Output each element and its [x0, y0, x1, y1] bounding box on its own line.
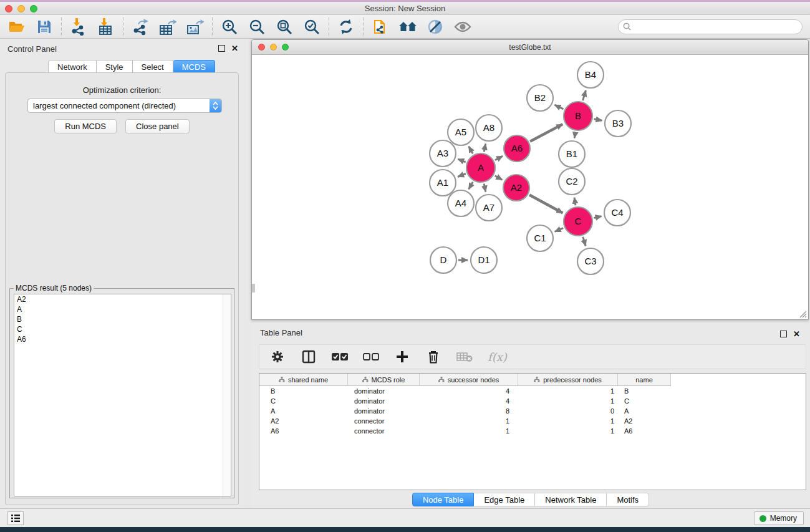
edge-A-A6[interactable] [495, 156, 503, 160]
result-scrollbar[interactable] [223, 294, 231, 496]
search-input[interactable] [634, 21, 802, 33]
select-all-icon[interactable] [332, 349, 348, 365]
zoom-out-icon[interactable] [248, 17, 266, 36]
float-panel-icon[interactable] [218, 45, 225, 52]
zoom-in-icon[interactable] [220, 17, 239, 36]
float-table-panel-icon[interactable] [780, 331, 787, 337]
criterion-select[interactable]: largest connected component (directed) [27, 99, 222, 113]
cell[interactable]: dominator [348, 386, 420, 396]
network-titlebar[interactable]: testGlobe.txt [252, 40, 808, 55]
add-column-icon[interactable] [394, 349, 410, 365]
show-graphics-details-icon[interactable] [426, 17, 445, 36]
deselect-all-icon[interactable] [363, 349, 379, 365]
edge-B-B4[interactable] [583, 90, 586, 100]
task-history-button[interactable] [7, 511, 24, 525]
tab-select[interactable]: Select [133, 60, 173, 74]
edge-A-A2[interactable] [495, 176, 503, 180]
import-table-icon[interactable] [97, 17, 115, 36]
mcds-result-item[interactable]: A6 [14, 334, 231, 344]
memory-button[interactable]: Memory [754, 511, 804, 525]
cell[interactable]: connector [348, 426, 420, 436]
cell[interactable]: dominator [348, 406, 420, 416]
cell[interactable]: B [259, 386, 348, 396]
cell[interactable]: 1 [518, 426, 618, 436]
cell[interactable]: A6 [618, 426, 671, 436]
cell[interactable]: connector [348, 416, 420, 426]
edge-A2-C[interactable] [529, 195, 562, 213]
show-columns-icon[interactable] [301, 349, 317, 365]
cell[interactable]: B [618, 386, 671, 396]
resize-grip-icon[interactable] [798, 309, 807, 318]
tab-node-table[interactable]: Node Table [412, 493, 475, 506]
delete-table-icon[interactable] [456, 349, 473, 365]
column-header-name[interactable]: name [618, 374, 671, 386]
cell[interactable]: 0 [518, 406, 618, 416]
table-row[interactable]: Cdominator41C [259, 396, 806, 406]
table-row[interactable]: Bdominator41B [259, 386, 806, 396]
cell[interactable]: A2 [618, 416, 671, 426]
tab-edge-table[interactable]: Edge Table [474, 493, 535, 506]
mcds-result-item[interactable]: A [14, 304, 231, 314]
table-row[interactable]: A2connector11A2 [259, 416, 806, 426]
cell[interactable]: C [259, 396, 348, 406]
mcds-result-list[interactable]: A2ABCA6 [14, 294, 231, 496]
cell[interactable]: 1 [518, 386, 618, 396]
cell[interactable]: 4 [420, 386, 518, 396]
eye-icon[interactable] [453, 17, 472, 36]
delete-column-trash-icon[interactable] [425, 349, 441, 365]
function-builder-icon[interactable]: f(x) [488, 351, 507, 364]
edge-C-C1[interactable] [555, 228, 563, 232]
cell[interactable]: 1 [518, 416, 618, 426]
edge-C-C2[interactable] [574, 198, 576, 206]
edge-C-C3[interactable] [583, 237, 586, 246]
new-network-from-selection-icon[interactable] [371, 17, 390, 36]
tab-motifs[interactable]: Motifs [607, 493, 649, 506]
run-mcds-button[interactable]: Run MCDS [54, 119, 117, 133]
edge-A-A3[interactable] [458, 159, 465, 162]
cell[interactable]: 4 [420, 396, 518, 406]
edge-A-A4[interactable] [469, 182, 473, 190]
refresh-icon[interactable] [337, 17, 355, 36]
network-canvas[interactable]: B4B2BB3A8A5A6A3B1AC2A1A2A4A7C4CC1C3DD1 [252, 55, 808, 319]
cell[interactable]: 1 [420, 416, 518, 426]
edge-A-A7[interactable] [484, 183, 486, 191]
tab-mcds[interactable]: MCDS [173, 60, 215, 74]
table-row[interactable]: A6connector11A6 [259, 426, 806, 436]
vertical-scrollbar-nub[interactable] [252, 284, 255, 293]
mcds-result-item[interactable]: A2 [14, 294, 231, 304]
edge-B-B3[interactable] [594, 119, 602, 120]
cell[interactable]: A2 [259, 416, 348, 426]
cell[interactable]: A6 [259, 426, 348, 436]
cell[interactable]: 1 [518, 396, 618, 406]
close-panel-icon[interactable]: ✕ [231, 44, 238, 52]
edge-B-B2[interactable] [554, 105, 563, 109]
network-graph[interactable]: B4B2BB3A8A5A6A3B1AC2A1A2A4A7C4CC1C3DD1 [252, 55, 808, 319]
cell[interactable]: A [259, 406, 348, 416]
cell[interactable]: C [618, 396, 671, 406]
cell[interactable]: A [618, 406, 671, 416]
zoom-selected-icon[interactable] [302, 17, 321, 36]
zoom-fit-icon[interactable] [275, 17, 294, 36]
table-row[interactable]: Adominator80A [259, 406, 806, 416]
edge-A6-B[interactable] [530, 124, 562, 142]
import-network-icon[interactable] [69, 17, 88, 36]
cell[interactable]: 8 [420, 406, 518, 416]
save-session-icon[interactable] [35, 17, 54, 36]
edge-A-A8[interactable] [484, 143, 486, 152]
tab-network[interactable]: Network [48, 60, 97, 74]
cell[interactable]: dominator [348, 396, 420, 406]
edge-B-B1[interactable] [574, 132, 576, 138]
mcds-result-item[interactable]: B [14, 314, 231, 324]
column-header-shared-name[interactable]: shared name [259, 374, 348, 386]
tab-style[interactable]: Style [97, 60, 133, 74]
open-file-icon[interactable] [7, 17, 26, 36]
close-panel-button[interactable]: Close panel [125, 119, 190, 133]
column-header-successor-nodes[interactable]: successor nodes [420, 374, 518, 386]
column-header-MCDS-role[interactable]: MCDS role [348, 374, 420, 386]
settings-gear-icon[interactable] [269, 349, 286, 365]
mcds-result-item[interactable]: C [14, 324, 231, 334]
export-table-icon[interactable] [158, 17, 177, 36]
close-table-panel-icon[interactable]: ✕ [793, 330, 800, 338]
export-image-icon[interactable] [186, 17, 205, 36]
edge-A-A5[interactable] [469, 147, 473, 154]
